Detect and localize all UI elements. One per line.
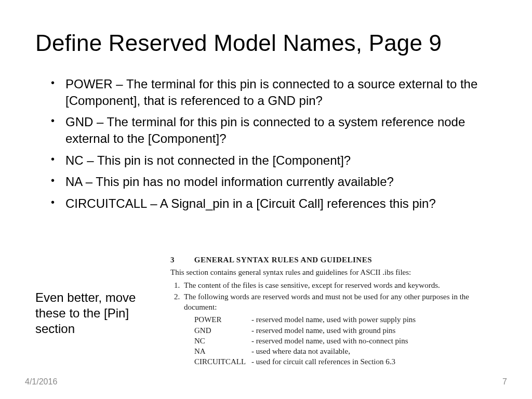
section-number: 3 [170, 255, 192, 265]
reserved-desc: used where data not available, [251, 346, 350, 356]
table-row: POWER reserved model name, used with pow… [194, 314, 497, 325]
slide: Define Reserved Model Names, Page 9 POWE… [0, 0, 532, 399]
table-row: GND reserved model name, used with groun… [194, 325, 497, 336]
table-row: NA used where data not available, [194, 346, 497, 356]
spec-excerpt: 3 GENERAL SYNTAX RULES AND GUIDELINES Th… [170, 255, 497, 368]
table-row: CIRCUITCALL used for circuit call refere… [194, 356, 497, 367]
list-item: NA – This pin has no model information c… [51, 174, 497, 190]
reserved-word: POWER [194, 314, 251, 325]
reserved-desc: used for circuit call references in Sect… [251, 356, 395, 367]
bullet-list: POWER – The terminal for this pin is con… [35, 76, 497, 212]
section-title: GENERAL SYNTAX RULES AND GUIDELINES [194, 256, 372, 264]
list-item: GND – The terminal for this pin is conne… [51, 114, 497, 147]
reserved-desc: reserved model name, used with ground pi… [251, 325, 395, 336]
list-item-text: The following words are reserved words a… [184, 292, 469, 311]
footer-page-number: 7 [502, 377, 507, 387]
list-item: NC – This pin is not connected in the [C… [51, 152, 497, 169]
reserved-word: CIRCUITCALL [194, 356, 251, 367]
reserved-desc: reserved model name, used with power sup… [251, 314, 416, 325]
footer: 4/1/2016 7 [25, 377, 507, 387]
list-item: CIRCUITCALL – A Signal_pin in a [Circuit… [51, 195, 497, 212]
list-item: The content of the files is case sensiti… [182, 280, 497, 290]
list-item: POWER – The terminal for this pin is con… [51, 76, 497, 109]
lower-region: Even better, move these to the [Pin] sec… [35, 255, 497, 368]
slide-title: Define Reserved Model Names, Page 9 [35, 30, 497, 56]
section-heading: 3 GENERAL SYNTAX RULES AND GUIDELINES [170, 255, 497, 265]
list-item: The following words are reserved words a… [182, 291, 497, 367]
reserved-word: NC [194, 336, 251, 346]
footer-date: 4/1/2016 [25, 377, 57, 387]
reserved-word: GND [194, 325, 251, 336]
reserved-desc: reserved model name, used with no-connec… [251, 336, 408, 346]
numbered-list: The content of the files is case sensiti… [170, 280, 497, 367]
side-note: Even better, move these to the [Pin] sec… [35, 255, 170, 337]
reserved-words-table: POWER reserved model name, used with pow… [184, 314, 497, 367]
reserved-word: NA [194, 346, 251, 356]
section-intro: This section contains general syntax rul… [170, 267, 497, 277]
table-row: NC reserved model name, used with no-con… [194, 336, 497, 346]
